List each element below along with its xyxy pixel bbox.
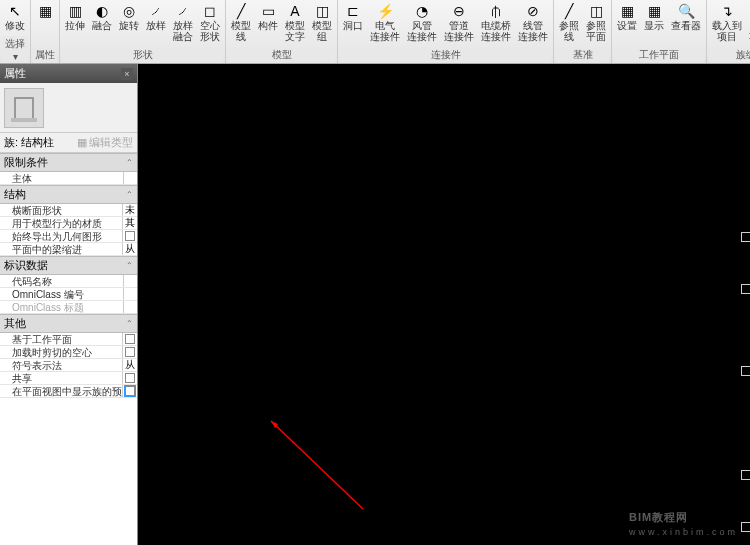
ribbon-button-label: 线管连接件 [518,20,548,42]
property-row[interactable]: 共享 [0,372,137,385]
extrude-icon-glyph: ▥ [66,2,84,20]
pipe-conn-icon[interactable]: ⊖管道连接件 [441,1,477,43]
property-value[interactable] [124,301,137,313]
duct-conn-icon[interactable]: ◔风管连接件 [404,1,440,43]
property-row[interactable]: 基于工作平面 [0,333,137,346]
modify-cursor-glyph: ↖ [6,2,24,20]
ribbon-button-label: 洞口 [343,20,363,31]
blend-icon[interactable]: ◐融合 [89,1,115,32]
family-name[interactable]: 族: 结构柱 [4,135,54,150]
properties-palette-glyph: ▦ [36,2,54,20]
property-value[interactable] [123,346,137,358]
close-icon[interactable]: × [121,68,133,80]
sweep-icon[interactable]: ⟋放样 [143,1,169,32]
property-category-header[interactable]: 标识数据⌃ [0,256,137,275]
component-icon[interactable]: ▭构件 [255,1,281,32]
load-proj-icon[interactable]: ↴载入到项目 [709,1,745,43]
collapse-caret-icon[interactable]: ⌃ [126,158,133,167]
ribbon-group: ╱参照线◫参照平面基准 [554,0,612,63]
ribbon-button-label: 模型文字 [285,20,305,42]
type-selector[interactable] [0,83,137,133]
ribbon-button-label: 修改 [5,20,25,31]
family-row: 族: 结构柱 ▦ 编辑类型 [0,133,137,153]
property-row[interactable]: 加载时剪切的空心 [0,346,137,359]
properties-palette[interactable]: ▦ [33,1,57,21]
property-row[interactable]: 符号表示法从 [0,359,137,372]
ribbon-button-label: 查看器 [671,20,701,31]
model-text-icon[interactable]: A模型文字 [282,1,308,43]
modify-cursor[interactable]: ↖修改 [2,1,28,32]
model-line-icon[interactable]: ╱模型线 [228,1,254,43]
void-icon[interactable]: ◻空心形状 [197,1,223,43]
property-value[interactable]: 从 [123,359,137,371]
set-wp-icon-glyph: ▦ [618,2,636,20]
property-row[interactable]: 平面中的梁缩进从 [0,243,137,256]
category-name: 其他 [4,316,26,331]
checkbox[interactable] [125,386,135,396]
property-value[interactable] [123,230,137,242]
ribbon-group-label: 族编辑器 [709,47,750,63]
property-name: 在平面视图中显示族的预剪切 [0,385,123,397]
viewer-icon[interactable]: 🔍查看器 [668,1,704,32]
model-viewport[interactable]: BIM教程网 www.xinbim.com [138,64,750,545]
tray-conn-icon[interactable]: ⫛电缆桥连接件 [478,1,514,43]
property-row[interactable]: 始终导出为几何图形 [0,230,137,243]
model-group-icon[interactable]: ◫模型组 [309,1,335,43]
show-wp-icon[interactable]: ▦显示 [641,1,667,32]
checkbox[interactable] [125,231,135,241]
main-area: 属性 × 族: 结构柱 ▦ 编辑类型 限制条件⌃主体结构⌃横断面形状未用于模型行… [0,64,750,545]
ribbon-group: ▦属性 [31,0,60,63]
sweep-blend-icon[interactable]: ⟋放样融合 [170,1,196,43]
revolve-icon[interactable]: ◎旋转 [116,1,142,32]
property-value[interactable] [123,333,137,345]
property-name: 横断面形状 [0,204,123,216]
sweep-icon-glyph: ⟋ [147,2,165,20]
property-name: OmniClass 编号 [0,288,124,300]
property-row[interactable]: 代码名称 [0,275,137,288]
property-category-header[interactable]: 限制条件⌃ [0,153,137,172]
collapse-caret-icon[interactable]: ⌃ [126,190,133,199]
property-row[interactable]: OmniClass 编号 [0,288,137,301]
load-close-icon[interactable]: ↴载入到项目并关闭 [746,1,750,43]
collapse-caret-icon[interactable]: ⌃ [126,261,133,270]
model-group-icon-glyph: ◫ [313,2,331,20]
property-row[interactable]: 用于模型行为的材质其 [0,217,137,230]
property-value[interactable] [124,275,137,287]
extrude-icon[interactable]: ▥拉伸 [62,1,88,32]
conduit-conn-icon[interactable]: ⊘线管连接件 [515,1,551,43]
property-value[interactable] [124,172,137,184]
property-row[interactable]: 横断面形状未 [0,204,137,217]
edit-type-button[interactable]: ▦ 编辑类型 [77,135,133,150]
property-value[interactable]: 未 [123,204,137,216]
property-grid[interactable]: 限制条件⌃主体结构⌃横断面形状未用于模型行为的材质其始终导出为几何图形平面中的梁… [0,153,137,545]
checkbox[interactable] [125,347,135,357]
property-name: 始终导出为几何图形 [0,230,123,242]
show-wp-icon-glyph: ▦ [645,2,663,20]
ref-line-icon[interactable]: ╱参照线 [556,1,582,43]
property-category-header[interactable]: 其他⌃ [0,314,137,333]
collapse-caret-icon[interactable]: ⌃ [126,319,133,328]
elec-conn-icon[interactable]: ⚡电气连接件 [367,1,403,43]
property-value[interactable] [123,372,137,384]
property-row[interactable]: OmniClass 标题 [0,301,137,314]
property-value[interactable] [123,385,137,397]
opening-icon[interactable]: ⊏洞口 [340,1,366,32]
ribbon-group-label: 工作平面 [614,47,704,63]
ref-plane-icon[interactable]: ◫参照平面 [583,1,609,43]
structural-column-model[interactable] [741,232,750,532]
property-value[interactable]: 从 [123,243,137,255]
checkbox[interactable] [125,334,135,344]
set-wp-icon[interactable]: ▦设置 [614,1,640,32]
ribbon-button-label: 放样 [146,20,166,31]
ribbon-group-label: 连接件 [340,47,551,63]
properties-title-bar[interactable]: 属性 × [0,64,137,83]
property-row[interactable]: 在平面视图中显示族的预剪切 [0,385,137,398]
ribbon-group-label: 形状 [62,47,223,63]
category-name: 结构 [4,187,26,202]
property-category-header[interactable]: 结构⌃ [0,185,137,204]
pipe-conn-icon-glyph: ⊖ [450,2,468,20]
property-row[interactable]: 主体 [0,172,137,185]
property-value[interactable]: 其 [123,217,137,229]
property-value[interactable] [124,288,137,300]
checkbox[interactable] [125,373,135,383]
